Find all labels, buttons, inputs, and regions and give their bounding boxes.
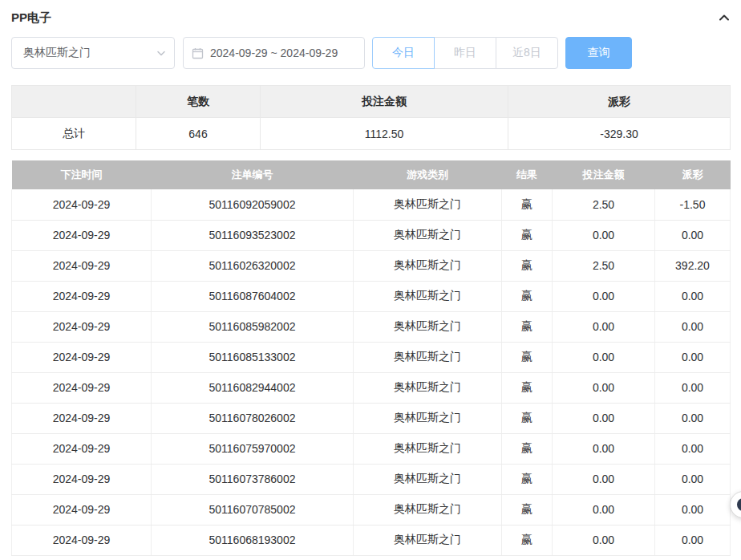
cell-payout: 0.00 <box>655 433 731 464</box>
cell-result: 赢 <box>502 342 553 372</box>
collapse-panel-button[interactable] <box>718 11 731 24</box>
summary-header-row: 笔数 投注金额 派彩 <box>12 86 731 118</box>
cell-result: 赢 <box>502 250 553 281</box>
table-row: 2024-09-2950116073786002奥林匹斯之门赢0.000.00 <box>12 464 731 494</box>
game-select-value: 奥林匹斯之门 <box>23 46 91 60</box>
cell-bet-time: 2024-09-29 <box>12 250 152 281</box>
cell-order-no: 50116078026002 <box>152 403 354 433</box>
cell-order-no: 50116026320002 <box>152 250 354 281</box>
bet-table-body: 2024-09-2950116092059002奥林匹斯之门赢2.50-1.50… <box>12 189 731 555</box>
header-order-no: 注单编号 <box>152 160 354 189</box>
cell-game-category: 奥林匹斯之门 <box>354 464 502 494</box>
yesterday-button[interactable]: 昨日 <box>434 37 496 69</box>
table-row: 2024-09-2950116075970002奥林匹斯之门赢0.000.00 <box>12 433 731 464</box>
cell-bet-time: 2024-09-29 <box>12 281 152 311</box>
pp-electronic-panel: PP电子 奥林匹斯之门 2024-09-29 ~ 2024-09-29 <box>0 0 741 560</box>
cell-result: 赢 <box>502 525 553 555</box>
cell-payout: 0.00 <box>655 342 731 372</box>
cell-game-category: 奥林匹斯之门 <box>354 372 502 403</box>
cell-bet-amount: 0.00 <box>553 220 655 250</box>
floating-widget-button[interactable] <box>730 491 741 518</box>
cell-order-no: 50116070785002 <box>152 494 354 525</box>
cell-bet-time: 2024-09-29 <box>12 464 152 494</box>
table-row: 2024-09-2950116082944002奥林匹斯之门赢0.000.00 <box>12 372 731 403</box>
calendar-icon <box>192 47 204 59</box>
cell-bet-amount: 2.50 <box>553 189 655 220</box>
cell-payout: 0.00 <box>655 311 731 342</box>
table-row: 2024-09-2950116070785002奥林匹斯之门赢0.000.00 <box>12 494 731 525</box>
cell-game-category: 奥林匹斯之门 <box>354 433 502 464</box>
cell-payout: 0.00 <box>655 494 731 525</box>
cell-bet-amount: 0.00 <box>553 281 655 311</box>
summary-header-payout: 派彩 <box>508 86 731 118</box>
summary-total-row: 总计 646 1112.50 -329.30 <box>12 118 731 150</box>
cell-order-no: 50116068193002 <box>152 525 354 555</box>
table-row: 2024-09-2950116078026002奥林匹斯之门赢0.000.00 <box>12 403 731 433</box>
cell-bet-amount: 0.00 <box>553 525 655 555</box>
summary-total-payout: -329.30 <box>508 118 731 150</box>
cell-game-category: 奥林匹斯之门 <box>354 494 502 525</box>
cell-bet-time: 2024-09-29 <box>12 372 152 403</box>
cell-game-category: 奥林匹斯之门 <box>354 403 502 433</box>
cell-payout: 0.00 <box>655 403 731 433</box>
header-payout: 派彩 <box>655 160 731 189</box>
cell-bet-time: 2024-09-29 <box>12 220 152 250</box>
today-button[interactable]: 今日 <box>372 37 435 69</box>
cell-payout: 0.00 <box>655 372 731 403</box>
table-row: 2024-09-2950116026320002奥林匹斯之门赢2.50392.2… <box>12 250 731 281</box>
cell-bet-time: 2024-09-29 <box>12 189 152 220</box>
cell-game-category: 奥林匹斯之门 <box>354 311 502 342</box>
cell-result: 赢 <box>502 281 553 311</box>
quick-date-button-group: 今日 昨日 近8日 <box>372 37 558 69</box>
cell-bet-amount: 0.00 <box>553 403 655 433</box>
header-game-category: 游戏类别 <box>354 160 502 189</box>
cell-bet-amount: 0.00 <box>553 372 655 403</box>
table-row: 2024-09-2950116085133002奥林匹斯之门赢0.000.00 <box>12 342 731 372</box>
bet-records-table: 下注时间 注单编号 游戏类别 结果 投注金额 派彩 2024-09-295011… <box>11 160 731 556</box>
cell-payout: 0.00 <box>655 281 731 311</box>
last-8-days-button[interactable]: 近8日 <box>496 37 558 69</box>
summary-total-label: 总计 <box>12 118 136 150</box>
summary-total-bet-amount: 1112.50 <box>261 118 508 150</box>
header-result: 结果 <box>502 160 553 189</box>
cell-bet-time: 2024-09-29 <box>12 342 152 372</box>
cell-result: 赢 <box>502 494 553 525</box>
page-title: PP电子 <box>11 10 51 26</box>
cell-order-no: 50116082944002 <box>152 372 354 403</box>
cell-result: 赢 <box>502 372 553 403</box>
table-row: 2024-09-2950116085982002奥林匹斯之门赢0.000.00 <box>12 311 731 342</box>
date-range-picker[interactable]: 2024-09-29 ~ 2024-09-29 <box>183 37 365 69</box>
cell-order-no: 50116073786002 <box>152 464 354 494</box>
cell-game-category: 奥林匹斯之门 <box>354 525 502 555</box>
cell-bet-time: 2024-09-29 <box>12 433 152 464</box>
cell-bet-time: 2024-09-29 <box>12 403 152 433</box>
cell-result: 赢 <box>502 433 553 464</box>
cell-payout: 0.00 <box>655 220 731 250</box>
cell-order-no: 50116085133002 <box>152 342 354 372</box>
panel-header: PP电子 <box>11 6 731 29</box>
cell-bet-amount: 0.00 <box>553 433 655 464</box>
cell-bet-time: 2024-09-29 <box>12 525 152 555</box>
search-button[interactable]: 查询 <box>565 37 632 69</box>
cell-result: 赢 <box>502 464 553 494</box>
cell-payout: 392.20 <box>655 250 731 281</box>
date-range-value: 2024-09-29 ~ 2024-09-29 <box>210 47 338 59</box>
cell-bet-amount: 0.00 <box>553 342 655 372</box>
cell-order-no: 50116075970002 <box>152 433 354 464</box>
cell-order-no: 50116092059002 <box>152 189 354 220</box>
chevron-down-icon <box>156 48 166 58</box>
header-bet-time: 下注时间 <box>12 160 152 189</box>
table-row: 2024-09-2950116092059002奥林匹斯之门赢2.50-1.50 <box>12 189 731 220</box>
cell-result: 赢 <box>502 311 553 342</box>
filter-bar: 奥林匹斯之门 2024-09-29 ~ 2024-09-29 今日 昨日 近8日… <box>11 37 731 69</box>
cell-game-category: 奥林匹斯之门 <box>354 281 502 311</box>
game-select[interactable]: 奥林匹斯之门 <box>11 37 175 69</box>
table-row: 2024-09-2950116087604002奥林匹斯之门赢0.000.00 <box>12 281 731 311</box>
summary-total-count: 646 <box>136 118 261 150</box>
summary-table: 笔数 投注金额 派彩 总计 646 1112.50 -329.30 <box>11 85 731 150</box>
table-row: 2024-09-2950116068193002奥林匹斯之门赢0.000.00 <box>12 525 731 555</box>
cell-payout: -1.50 <box>655 189 731 220</box>
cell-order-no: 50116087604002 <box>152 281 354 311</box>
cell-bet-time: 2024-09-29 <box>12 311 152 342</box>
bet-table-header-row: 下注时间 注单编号 游戏类别 结果 投注金额 派彩 <box>12 160 731 189</box>
